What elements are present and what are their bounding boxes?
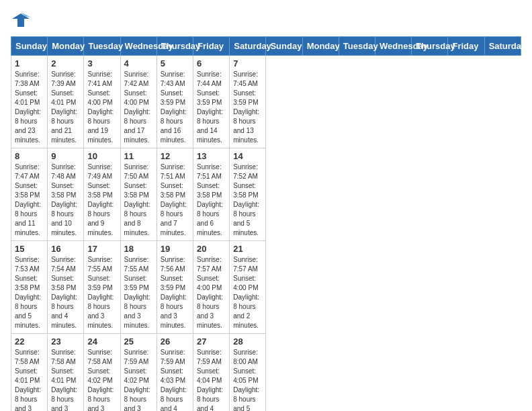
day-info: Sunrise: 7:57 AM Sunset: 4:00 PM Dayligh…	[233, 255, 262, 330]
calendar-cell: 27 Sunrise: 7:59 AM Sunset: 4:04 PM Dayl…	[193, 334, 230, 412]
day-number: 17	[87, 244, 116, 254]
day-info: Sunrise: 7:56 AM Sunset: 3:59 PM Dayligh…	[161, 255, 189, 330]
calendar-cell: 14 Sunrise: 7:52 AM Sunset: 3:58 PM Dayl…	[230, 148, 266, 241]
calendar-cell: 3 Sunrise: 7:41 AM Sunset: 4:00 PM Dayli…	[84, 56, 120, 148]
day-info: Sunrise: 7:51 AM Sunset: 3:58 PM Dayligh…	[197, 163, 226, 238]
page-header	[11, 11, 521, 30]
day-info: Sunrise: 7:55 AM Sunset: 3:59 PM Dayligh…	[124, 255, 153, 330]
day-number: 18	[124, 244, 153, 254]
weekday-header-thursday: Thursday	[412, 37, 448, 56]
calendar-cell: 9 Sunrise: 7:48 AM Sunset: 3:58 PM Dayli…	[48, 148, 84, 241]
day-number: 24	[87, 336, 116, 347]
calendar-cell: 17 Sunrise: 7:55 AM Sunset: 3:59 PM Dayl…	[84, 241, 120, 334]
day-number: 3	[87, 58, 116, 68]
day-number: 25	[124, 336, 153, 347]
weekday-header-monday: Monday	[302, 37, 339, 56]
weekday-header-sunday: Sunday	[11, 37, 48, 56]
day-number: 13	[197, 151, 226, 161]
calendar-cell: 24 Sunrise: 7:58 AM Sunset: 4:02 PM Dayl…	[84, 334, 120, 412]
calendar-cell: 7 Sunrise: 7:45 AM Sunset: 3:59 PM Dayli…	[230, 56, 266, 148]
day-number: 11	[124, 151, 153, 161]
day-number: 8	[15, 151, 44, 161]
logo	[11, 11, 34, 30]
day-number: 5	[161, 58, 189, 68]
calendar-cell: 10 Sunrise: 7:49 AM Sunset: 3:58 PM Dayl…	[84, 148, 120, 241]
calendar-cell: 20 Sunrise: 7:57 AM Sunset: 4:00 PM Dayl…	[193, 241, 230, 334]
day-number: 28	[233, 336, 262, 347]
day-info: Sunrise: 7:42 AM Sunset: 4:00 PM Dayligh…	[124, 70, 153, 145]
day-info: Sunrise: 7:54 AM Sunset: 3:58 PM Dayligh…	[51, 255, 80, 330]
day-info: Sunrise: 7:57 AM Sunset: 4:00 PM Dayligh…	[197, 255, 226, 330]
day-info: Sunrise: 7:58 AM Sunset: 4:02 PM Dayligh…	[87, 348, 116, 411]
day-number: 15	[15, 244, 44, 254]
day-number: 9	[51, 151, 80, 161]
day-number: 12	[161, 151, 189, 161]
day-info: Sunrise: 8:00 AM Sunset: 4:05 PM Dayligh…	[233, 348, 262, 411]
calendar-cell: 25 Sunrise: 7:59 AM Sunset: 4:02 PM Dayl…	[120, 334, 157, 412]
day-number: 6	[197, 58, 226, 68]
weekday-header-saturday: Saturday	[230, 37, 266, 56]
calendar-cell: 4 Sunrise: 7:42 AM Sunset: 4:00 PM Dayli…	[120, 56, 157, 148]
calendar-week-row: 1 Sunrise: 7:38 AM Sunset: 4:01 PM Dayli…	[11, 56, 521, 148]
day-info: Sunrise: 7:58 AM Sunset: 4:01 PM Dayligh…	[15, 348, 44, 411]
calendar-cell: 23 Sunrise: 7:58 AM Sunset: 4:01 PM Dayl…	[48, 334, 84, 412]
day-info: Sunrise: 7:59 AM Sunset: 4:02 PM Dayligh…	[124, 348, 153, 411]
day-info: Sunrise: 7:58 AM Sunset: 4:01 PM Dayligh…	[51, 348, 80, 411]
day-number: 19	[161, 244, 189, 254]
calendar-cell: 13 Sunrise: 7:51 AM Sunset: 3:58 PM Dayl…	[193, 148, 230, 241]
day-info: Sunrise: 7:59 AM Sunset: 4:04 PM Dayligh…	[197, 348, 226, 411]
day-number: 4	[124, 58, 153, 68]
calendar-cell: 11 Sunrise: 7:50 AM Sunset: 3:58 PM Dayl…	[120, 148, 157, 241]
weekday-header-friday: Friday	[448, 37, 484, 56]
weekday-header-sunday: Sunday	[266, 37, 302, 56]
calendar-week-row: 22 Sunrise: 7:58 AM Sunset: 4:01 PM Dayl…	[11, 334, 521, 412]
weekday-header-wednesday: Wednesday	[120, 37, 157, 56]
day-info: Sunrise: 7:53 AM Sunset: 3:58 PM Dayligh…	[15, 255, 44, 330]
day-number: 26	[161, 336, 189, 347]
calendar-cell: 6 Sunrise: 7:44 AM Sunset: 3:59 PM Dayli…	[193, 56, 230, 148]
day-number: 23	[51, 336, 80, 347]
day-number: 20	[197, 244, 226, 254]
weekday-header-tuesday: Tuesday	[339, 37, 375, 56]
calendar-cell: 18 Sunrise: 7:55 AM Sunset: 3:59 PM Dayl…	[120, 241, 157, 334]
weekday-header-thursday: Thursday	[157, 37, 193, 56]
day-number: 2	[51, 58, 80, 68]
day-number: 14	[233, 151, 262, 161]
weekday-header-saturday: Saturday	[484, 37, 521, 56]
day-info: Sunrise: 7:41 AM Sunset: 4:00 PM Dayligh…	[87, 70, 116, 145]
day-number: 16	[51, 244, 80, 254]
calendar-cell: 26 Sunrise: 7:59 AM Sunset: 4:03 PM Dayl…	[157, 334, 193, 412]
day-info: Sunrise: 7:50 AM Sunset: 3:58 PM Dayligh…	[124, 163, 153, 238]
calendar-cell: 21 Sunrise: 7:57 AM Sunset: 4:00 PM Dayl…	[230, 241, 266, 334]
calendar-week-row: 15 Sunrise: 7:53 AM Sunset: 3:58 PM Dayl…	[11, 241, 521, 334]
calendar-cell: 22 Sunrise: 7:58 AM Sunset: 4:01 PM Dayl…	[11, 334, 48, 412]
calendar-cell: 5 Sunrise: 7:43 AM Sunset: 3:59 PM Dayli…	[157, 56, 193, 148]
day-number: 1	[15, 58, 44, 68]
day-info: Sunrise: 7:52 AM Sunset: 3:58 PM Dayligh…	[233, 163, 262, 238]
day-info: Sunrise: 7:47 AM Sunset: 3:58 PM Dayligh…	[15, 163, 44, 238]
day-info: Sunrise: 7:59 AM Sunset: 4:03 PM Dayligh…	[161, 348, 189, 411]
weekday-header-wednesday: Wednesday	[375, 37, 412, 56]
day-info: Sunrise: 7:48 AM Sunset: 3:58 PM Dayligh…	[51, 163, 80, 238]
day-info: Sunrise: 7:38 AM Sunset: 4:01 PM Dayligh…	[15, 70, 44, 145]
day-number: 21	[233, 244, 262, 254]
calendar-cell: 2 Sunrise: 7:39 AM Sunset: 4:01 PM Dayli…	[48, 56, 84, 148]
weekday-header-friday: Friday	[193, 37, 230, 56]
day-info: Sunrise: 7:44 AM Sunset: 3:59 PM Dayligh…	[197, 70, 226, 145]
calendar-cell: 15 Sunrise: 7:53 AM Sunset: 3:58 PM Dayl…	[11, 241, 48, 334]
calendar-cell: 12 Sunrise: 7:51 AM Sunset: 3:58 PM Dayl…	[157, 148, 193, 241]
day-info: Sunrise: 7:49 AM Sunset: 3:58 PM Dayligh…	[87, 163, 116, 238]
weekday-header-monday: Monday	[48, 37, 84, 56]
day-info: Sunrise: 7:51 AM Sunset: 3:58 PM Dayligh…	[161, 163, 189, 238]
calendar-cell: 19 Sunrise: 7:56 AM Sunset: 3:59 PM Dayl…	[157, 241, 193, 334]
calendar-table: SundayMondayTuesdayWednesdayThursdayFrid…	[11, 36, 521, 411]
day-info: Sunrise: 7:45 AM Sunset: 3:59 PM Dayligh…	[233, 70, 262, 145]
calendar-cell: 16 Sunrise: 7:54 AM Sunset: 3:58 PM Dayl…	[48, 241, 84, 334]
day-info: Sunrise: 7:43 AM Sunset: 3:59 PM Dayligh…	[161, 70, 189, 145]
calendar-week-row: 8 Sunrise: 7:47 AM Sunset: 3:58 PM Dayli…	[11, 148, 521, 241]
weekday-header-tuesday: Tuesday	[84, 37, 120, 56]
calendar-cell: 1 Sunrise: 7:38 AM Sunset: 4:01 PM Dayli…	[11, 56, 48, 148]
day-info: Sunrise: 7:39 AM Sunset: 4:01 PM Dayligh…	[51, 70, 80, 145]
logo-bird-icon	[11, 11, 31, 30]
day-number: 10	[87, 151, 116, 161]
